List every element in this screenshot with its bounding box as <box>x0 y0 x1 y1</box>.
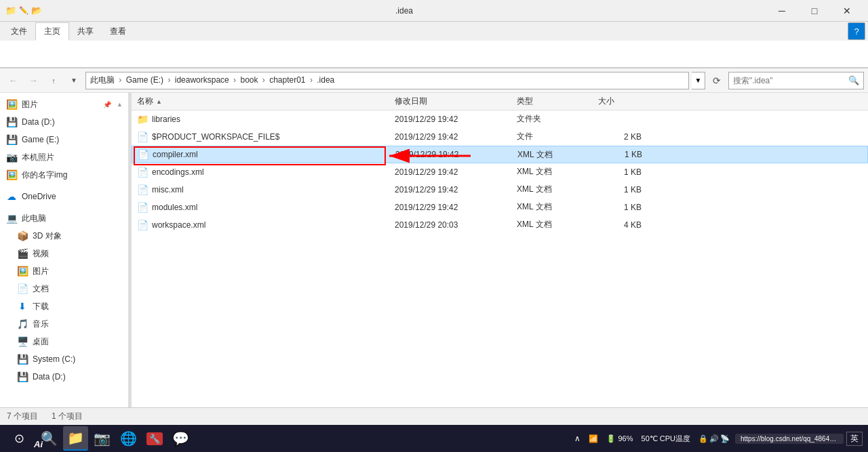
file-name-libraries: libraries <box>152 115 180 124</box>
taskbar-arrow-up[interactable]: ∧ <box>572 432 583 445</box>
videos-icon: 🎬 <box>16 247 28 260</box>
file-size-compiler: 1 KB <box>593 150 648 159</box>
selected-count: 1 个项目 <box>52 411 83 422</box>
taskbar-network[interactable]: 📶 <box>586 433 601 445</box>
sidebar-item-music[interactable]: 🎵 音乐 <box>0 315 128 333</box>
tab-file[interactable]: 文件 <box>3 23 35 40</box>
sidebar-item-videos[interactable]: 🎬 视频 <box>0 245 128 262</box>
file-date-libraries: 2019/12/29 19:42 <box>389 115 511 124</box>
sidebar-item-pictures2[interactable]: 🖼️ 图片 <box>0 262 128 280</box>
refresh-button[interactable]: ⟳ <box>708 72 726 89</box>
sidebar-item-system-c[interactable]: 💾 System (C:) <box>0 350 128 368</box>
tray-icon-2: 🔊 <box>709 434 719 443</box>
file-date-encodings: 2019/12/29 19:42 <box>389 167 511 177</box>
search-box[interactable]: 🔍 <box>728 72 864 89</box>
taskbar-temp[interactable]: 50℃ CPU温度 <box>639 432 693 445</box>
taskbar-battery[interactable]: 🔋 96% <box>604 433 635 445</box>
taskbar-tray-icons[interactable]: 🔒 🔊 📡 <box>696 433 732 445</box>
up-button[interactable]: ↑ <box>45 72 62 89</box>
search-input[interactable] <box>733 76 848 85</box>
sidebar-item-desktop[interactable]: 🖥️ 桌面 <box>0 333 128 350</box>
start-button[interactable]: ⊙ <box>3 426 35 451</box>
file-name-misc: misc.xml <box>152 185 184 194</box>
taskbar-ide[interactable]: 🔧 <box>142 426 167 451</box>
battery-icon: 🔋 <box>606 434 616 443</box>
sidebar-item-downloads[interactable]: ⬇ 下载 <box>0 297 128 315</box>
tab-view[interactable]: 查看 <box>102 23 134 40</box>
ide-taskbar-icon: 🔧 <box>146 432 163 445</box>
cpu-temp: 50℃ <box>642 434 658 443</box>
ai-label: Ai <box>34 439 43 449</box>
pictures-icon: 🖼️ <box>5 98 18 110</box>
taskbar-wechat[interactable]: 💬 <box>168 426 193 451</box>
edit-icon: ✏️ <box>19 6 28 15</box>
file-size-encodings: 1 KB <box>593 167 647 177</box>
col-name-header[interactable]: 名称 ▲ <box>132 96 389 107</box>
back-button[interactable]: ← <box>4 72 22 89</box>
your-name-icon: 🖼️ <box>5 169 18 181</box>
minimize-button[interactable]: ─ <box>766 0 797 22</box>
file-row-misc[interactable]: 📄 misc.xml 2019/12/29 19:42 XML 文档 1 KB <box>132 181 868 199</box>
search-taskbar-icon: 🔍 <box>41 430 58 447</box>
drive-e-icon: 💾 <box>5 133 18 146</box>
sidebar-item-local-photos[interactable]: 📷 本机照片 <box>0 148 128 166</box>
documents-icon: 📄 <box>16 283 28 295</box>
file-type-misc: XML 文档 <box>511 184 593 195</box>
sidebar-item-this-pc[interactable]: 💻 此电脑 <box>0 209 128 227</box>
forward-button[interactable]: → <box>24 72 42 89</box>
taskbar-chrome[interactable]: 🌐 <box>116 426 141 451</box>
scroll-up-btn[interactable]: ▲ <box>117 101 123 108</box>
status-bar: 7 个项目 1 个项目 <box>0 407 868 425</box>
taskbar-explorer[interactable]: 📁 <box>63 426 88 451</box>
sidebar-item-3d[interactable]: 📦 3D 对象 <box>0 227 128 245</box>
main-layout: 🖼️ 图片 📌 ▲ 💾 Data (D:) 💾 Game (E:) 📷 本机照片… <box>0 93 868 407</box>
file-name-compiler: compiler.xml <box>153 150 198 159</box>
pictures2-icon: 🖼️ <box>16 265 28 277</box>
sidebar-item-data-d2[interactable]: 💾 Data (D:) <box>0 368 128 386</box>
close-button[interactable]: ✕ <box>831 0 863 22</box>
search-icon: 🔍 <box>848 75 859 85</box>
taskbar-lang[interactable]: 英 <box>846 432 863 446</box>
address-dropdown-button[interactable]: ▼ <box>692 72 705 89</box>
file-pane: 名称 ▲ 修改日期 类型 大小 📁 libraries 2019/12/29 1… <box>132 93 868 407</box>
file-name-encodings: encodings.xml <box>152 167 204 177</box>
file-row-product[interactable]: 📄 $PRODUCT_WORKSPACE_FILE$ 2019/12/29 19… <box>132 128 868 146</box>
tray-icon-1: 🔒 <box>698 434 708 443</box>
ribbon: 文件 主页 共享 查看 ? <box>0 22 868 68</box>
tray-icon-3: 📡 <box>720 434 730 443</box>
address-bar: ← → ↑ ▼ 此电脑 › Game (E:) › ideaworkspace … <box>0 68 868 93</box>
col-size-header[interactable]: 大小 <box>593 96 647 107</box>
tab-home[interactable]: 主页 <box>35 22 69 41</box>
tab-share[interactable]: 共享 <box>69 23 102 40</box>
file-icon-modules: 📄 <box>137 202 148 213</box>
file-row-encodings[interactable]: 📄 encodings.xml 2019/12/29 19:42 XML 文档 … <box>132 163 868 181</box>
file-date-misc: 2019/12/29 19:42 <box>389 185 511 194</box>
address-path[interactable]: 此电脑 › Game (E:) › ideaworkspace › book ›… <box>85 72 689 89</box>
explorer-taskbar-icon: 📁 <box>67 430 84 446</box>
system-c-icon: 💾 <box>16 353 28 365</box>
taskbar-camera[interactable]: 📷 <box>90 426 115 451</box>
sidebar-item-pictures[interactable]: 🖼️ 图片 📌 ▲ <box>0 96 128 113</box>
sidebar-item-onedrive[interactable]: ☁ OneDrive <box>0 188 128 205</box>
file-row-modules[interactable]: 📄 modules.xml 2019/12/29 19:42 XML 文档 1 … <box>132 199 868 216</box>
col-date-header[interactable]: 修改日期 <box>389 96 511 107</box>
maximize-button[interactable]: □ <box>799 0 830 22</box>
col-type-header[interactable]: 类型 <box>511 96 593 107</box>
sidebar-item-your-name[interactable]: 🖼️ 你的名字img <box>0 166 128 184</box>
title-bar: 📁 ✏️ 📂 .idea ─ □ ✕ <box>0 0 868 22</box>
file-type-compiler: XML 文档 <box>512 149 593 161</box>
sidebar-item-game-e[interactable]: 💾 Game (E:) <box>0 131 128 148</box>
taskbar-url[interactable]: https://blog.csdn.net/qq_48647359 <box>735 434 844 444</box>
taskbar: ⊙ 🔍 📁 📷 🌐 🔧 💬 ∧ 📶 🔋 96% 50℃ CPU温度 🔒 🔊 📡 … <box>0 425 868 452</box>
3d-objects-icon: 📦 <box>16 230 28 242</box>
file-row-workspace[interactable]: 📄 workspace.xml 2019/12/29 20:03 XML 文档 … <box>132 216 868 234</box>
recent-locations-button[interactable]: ▼ <box>65 72 83 89</box>
window-controls[interactable]: ─ □ ✕ <box>766 0 863 22</box>
file-list: 📁 libraries 2019/12/29 19:42 文件夹 📄 $PROD… <box>132 110 868 407</box>
data-d2-icon: 💾 <box>16 371 28 383</box>
file-row-compiler[interactable]: 📄 compiler.xml 2019/12/29 19:42 XML 文档 1… <box>132 146 868 163</box>
sidebar-item-documents[interactable]: 📄 文档 <box>0 280 128 297</box>
file-row-libraries[interactable]: 📁 libraries 2019/12/29 19:42 文件夹 <box>132 110 868 128</box>
sidebar-item-data-d[interactable]: 💾 Data (D:) <box>0 113 128 131</box>
help-button[interactable]: ? <box>848 22 865 40</box>
